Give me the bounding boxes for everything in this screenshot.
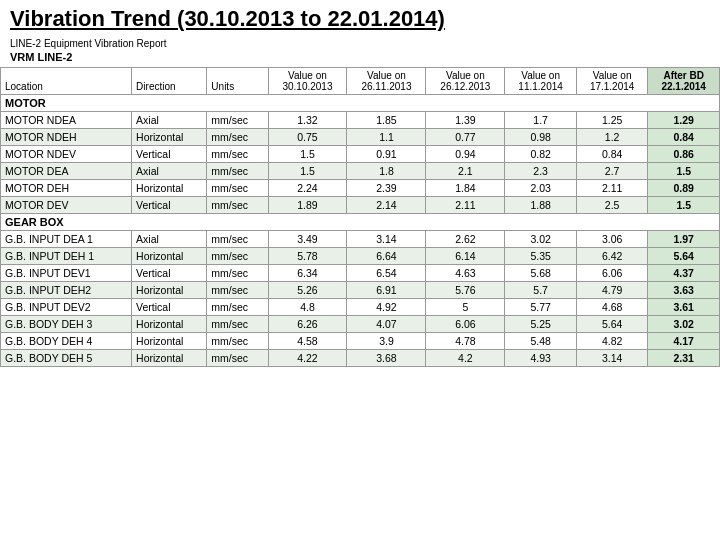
table-cell: G.B. INPUT DEH 1 <box>1 248 132 265</box>
table-cell: 3.02 <box>505 231 577 248</box>
table-cell: 3.14 <box>576 350 648 367</box>
table-cell: 6.14 <box>426 248 505 265</box>
col-header-val4: Value on 11.1.2014 <box>505 68 577 95</box>
table-cell: 0.84 <box>648 129 720 146</box>
table-cell: 0.84 <box>576 146 648 163</box>
table-body: MOTORMOTOR NDEAAxialmm/sec1.321.851.391.… <box>1 95 720 367</box>
table-cell: 1.25 <box>576 112 648 129</box>
table-cell: 2.7 <box>576 163 648 180</box>
table-cell: 6.34 <box>268 265 347 282</box>
table-cell: 3.14 <box>347 231 426 248</box>
table-cell: Axial <box>132 163 207 180</box>
table-cell: G.B. INPUT DEH2 <box>1 282 132 299</box>
table-cell: 1.7 <box>505 112 577 129</box>
table-cell: 1.88 <box>505 197 577 214</box>
table-cell: Vertical <box>132 299 207 316</box>
table-cell: G.B. INPUT DEA 1 <box>1 231 132 248</box>
table-cell: 4.07 <box>347 316 426 333</box>
table-cell: 2.1 <box>426 163 505 180</box>
table-cell: 1.5 <box>648 197 720 214</box>
col-header-location: Location <box>1 68 132 95</box>
table-cell: 1.29 <box>648 112 720 129</box>
table-cell: G.B. BODY DEH 3 <box>1 316 132 333</box>
table-cell: 5.64 <box>648 248 720 265</box>
table-cell: 2.3 <box>505 163 577 180</box>
section-row-gear-box: GEAR BOX <box>1 214 720 231</box>
table-cell: 5.35 <box>505 248 577 265</box>
table-row: G.B. INPUT DEH2Horizontalmm/sec5.266.915… <box>1 282 720 299</box>
table-cell: 5.68 <box>505 265 577 282</box>
table-cell: 3.9 <box>347 333 426 350</box>
table-cell: MOTOR DEA <box>1 163 132 180</box>
table-cell: 4.37 <box>648 265 720 282</box>
table-cell: 6.06 <box>426 316 505 333</box>
table-cell: 6.54 <box>347 265 426 282</box>
table-cell: 3.06 <box>576 231 648 248</box>
table-cell: 0.94 <box>426 146 505 163</box>
table-cell: mm/sec <box>207 197 268 214</box>
table-row: G.B. BODY DEH 4Horizontalmm/sec4.583.94.… <box>1 333 720 350</box>
table-cell: 4.8 <box>268 299 347 316</box>
table-cell: 5.77 <box>505 299 577 316</box>
table-cell: 5.48 <box>505 333 577 350</box>
table-cell: 5.26 <box>268 282 347 299</box>
table-cell: 0.75 <box>268 129 347 146</box>
table-cell: 1.39 <box>426 112 505 129</box>
table-cell: mm/sec <box>207 282 268 299</box>
table-cell: MOTOR DEV <box>1 197 132 214</box>
table-cell: MOTOR NDEV <box>1 146 132 163</box>
page-title: Vibration Trend (30.10.2013 to 22.01.201… <box>0 0 720 36</box>
table-cell: 4.63 <box>426 265 505 282</box>
col-header-after: After BD 22.1.2014 <box>648 68 720 95</box>
table-row: MOTOR NDEHHorizontalmm/sec0.751.10.770.9… <box>1 129 720 146</box>
table-cell: 2.39 <box>347 180 426 197</box>
table-cell: 3.68 <box>347 350 426 367</box>
table-cell: Horizontal <box>132 129 207 146</box>
table-cell: 0.86 <box>648 146 720 163</box>
table-cell: mm/sec <box>207 146 268 163</box>
table-cell: 5.78 <box>268 248 347 265</box>
table-cell: 0.98 <box>505 129 577 146</box>
table-cell: 2.03 <box>505 180 577 197</box>
table-cell: MOTOR DEH <box>1 180 132 197</box>
table-cell: 1.5 <box>268 163 347 180</box>
table-cell: Horizontal <box>132 180 207 197</box>
table-cell: 2.14 <box>347 197 426 214</box>
table-cell: 1.97 <box>648 231 720 248</box>
table-cell: Vertical <box>132 197 207 214</box>
table-row: MOTOR DEVVerticalmm/sec1.892.142.111.882… <box>1 197 720 214</box>
table-row: MOTOR NDEVVerticalmm/sec1.50.910.940.820… <box>1 146 720 163</box>
table-cell: mm/sec <box>207 299 268 316</box>
col-header-val3: Value on 26.12.2013 <box>426 68 505 95</box>
table-cell: 1.1 <box>347 129 426 146</box>
table-cell: Horizontal <box>132 282 207 299</box>
vibration-table: Location Direction Units Value on 30.10.… <box>0 67 720 367</box>
table-cell: Horizontal <box>132 350 207 367</box>
table-cell: 1.2 <box>576 129 648 146</box>
table-cell: 0.82 <box>505 146 577 163</box>
table-cell: G.B. INPUT DEV2 <box>1 299 132 316</box>
table-cell: 2.62 <box>426 231 505 248</box>
table-cell: MOTOR NDEA <box>1 112 132 129</box>
table-cell: 4.78 <box>426 333 505 350</box>
table-cell: mm/sec <box>207 248 268 265</box>
table-cell: 0.91 <box>347 146 426 163</box>
table-cell: Horizontal <box>132 248 207 265</box>
table-cell: 4.92 <box>347 299 426 316</box>
table-cell: 3.63 <box>648 282 720 299</box>
table-cell: 6.06 <box>576 265 648 282</box>
table-cell: 4.82 <box>576 333 648 350</box>
table-row: G.B. INPUT DEH 1Horizontalmm/sec5.786.64… <box>1 248 720 265</box>
table-cell: 1.85 <box>347 112 426 129</box>
table-cell: mm/sec <box>207 129 268 146</box>
table-cell: 1.32 <box>268 112 347 129</box>
table-cell: mm/sec <box>207 316 268 333</box>
table-cell: mm/sec <box>207 350 268 367</box>
table-header-row: Location Direction Units Value on 30.10.… <box>1 68 720 95</box>
table-cell: 3.02 <box>648 316 720 333</box>
table-cell: 1.5 <box>648 163 720 180</box>
table-cell: 3.61 <box>648 299 720 316</box>
table-cell: mm/sec <box>207 163 268 180</box>
table-cell: 1.8 <box>347 163 426 180</box>
col-header-val1: Value on 30.10.2013 <box>268 68 347 95</box>
